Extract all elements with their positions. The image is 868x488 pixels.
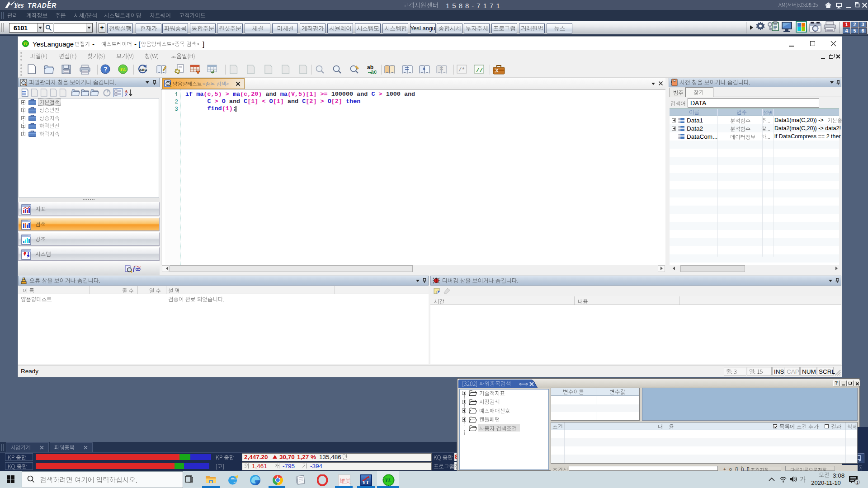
svg-text:YT: YT (362, 479, 369, 485)
svg-text:/*: /* (458, 67, 465, 73)
svg-text:1: 1 (856, 480, 859, 485)
svg-text://: // (476, 67, 483, 74)
svg-text:Z: Z (125, 93, 127, 97)
svg-text:YL: YL (385, 477, 392, 483)
svg-text:TRADER: TRADER (28, 2, 57, 9)
svg-text:YL: YL (24, 42, 28, 46)
svg-text:ac: ac (371, 69, 377, 75)
svg-text:?: ? (104, 66, 108, 73)
svg-text:YL: YL (120, 66, 126, 72)
svg-text:ABC: ABC (139, 68, 147, 72)
svg-text:Yes: Yes (14, 1, 24, 9)
